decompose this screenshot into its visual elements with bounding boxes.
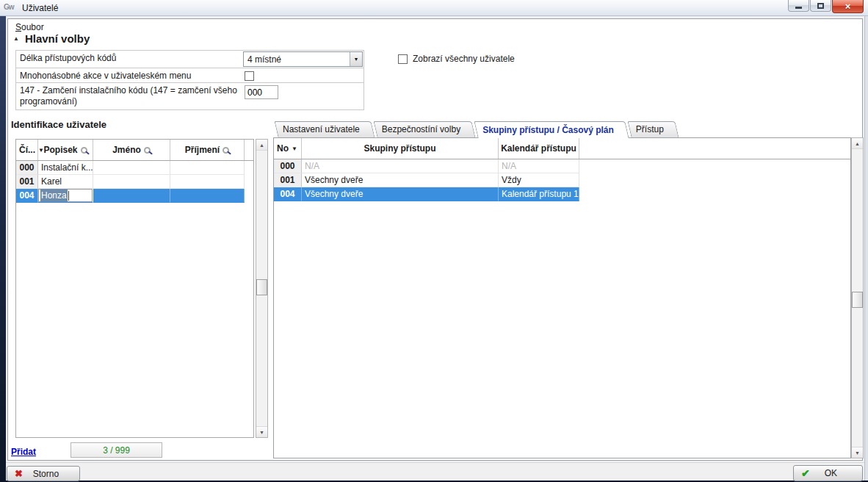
option-row-multi-action: Mnohonásobné akce v uživateleském menu [15,68,364,83]
option-row-lock-code: 147 - Zamčení instalačního kódu (147 = z… [15,82,364,110]
users-section-title: Identifikace uživatele [11,119,106,130]
search-icon[interactable] [81,147,87,154]
access-groups-panel: No▼ Skupiny přístupu Kalendář přístupu 0… [273,137,851,458]
users-table: Čí...▼ Popisek Jméno Příjmení 000 Instal… [15,139,254,438]
users-table-scrollbar[interactable]: ▲ ▼ [256,139,268,438]
cell-number: 000 [16,161,38,175]
show-all-checkbox[interactable] [398,54,408,64]
multi-action-label: Mnohonásobné akce v uživateleském menu [16,68,364,81]
collapse-icon[interactable]: ▲ [13,35,19,42]
cell-group: Všechny dveře [302,173,499,187]
combo-dropdown-button[interactable]: ▼ [350,52,362,66]
scrollbar-thumb[interactable] [256,279,267,295]
access-panel-scrollbar[interactable]: ▲ ▼ [851,137,864,458]
tab-label: Bezpečnostíní volby [382,124,460,134]
column-label: No [277,143,289,154]
cell-popisek-editing[interactable]: Honza [38,189,93,203]
scroll-down-button[interactable]: ▼ [852,447,863,458]
cancel-label: Storno [23,469,79,479]
section-title: Hlavní volby [25,32,90,45]
search-icon[interactable] [144,147,151,154]
cancel-x-icon: ✖ [15,468,23,479]
window-edge [864,16,868,481]
column-label: Skupiny přístupu [364,143,435,154]
column-label: Příjmení [185,145,220,155]
maximize-button[interactable] [810,0,831,12]
menu-accel: S [15,22,21,32]
show-all-option: Zobrazí všechny uživatele [398,54,515,64]
search-icon[interactable] [223,147,229,154]
table-row-selected[interactable]: 004 Všechny dveře Kalendář přístupu 1 [274,187,850,201]
cell-number: 004 [274,187,302,201]
column-label: Kalendář přístupu [501,143,576,154]
table-row[interactable]: 001 Karel [16,175,253,189]
window-controls: × [787,0,864,13]
ok-label: OK [810,468,862,478]
cell-jmeno [93,189,170,203]
show-all-label: Zobrazí všechny uživatele [413,54,515,64]
column-label: Jméno [112,145,141,155]
cell-prijmeni [170,175,245,189]
cell-calendar: Kalendář přístupu 1 [499,187,579,201]
cell-jmeno [93,161,170,175]
scroll-down-button[interactable]: ▼ [256,426,267,437]
sort-desc-icon: ▼ [292,145,297,152]
app-icon: Gw [4,3,14,11]
cell-group: Všechny dveře [302,187,499,201]
multi-action-checkbox[interactable] [245,71,254,81]
column-label: Popisek [43,145,77,155]
ok-check-icon: ✔ [801,467,810,479]
tab-nastaveni-uzivatele[interactable]: Nastavení uživatele [276,121,373,137]
option-row-code-length: Délka přístupových kódů 4 místné ▼ [15,50,364,68]
desktop-background: Gw Uživatelé × Soubor ▲ Hlavní volby Dél… [0,0,868,482]
window-client-area: Soubor ▲ Hlavní volby Délka přístupových… [6,16,864,481]
cell-prijmeni [170,189,245,203]
add-user-link[interactable]: Přidat [11,447,36,457]
column-header-group[interactable]: Skupiny přístupu [302,138,499,159]
column-header-prijmeni[interactable]: Příjmení [170,140,245,160]
cell-group: N/A [302,159,499,173]
tab-bezpecnostni-volby[interactable]: Bezpečnostíní volby [375,121,474,137]
menu-rest: oubor [21,22,44,32]
column-header-jmeno[interactable]: Jméno [93,140,170,160]
cancel-button[interactable]: ✖ Storno [7,466,80,481]
minimize-icon [795,7,802,9]
scroll-up-button[interactable]: ▲ [852,138,863,149]
table-row[interactable]: 000 Instalační k... [16,161,253,175]
cell-calendar: Vždy [499,173,579,187]
inline-edit-box[interactable]: Honza [38,189,93,202]
ok-button[interactable]: ✔ OK [793,465,863,481]
tab-skupiny-pristupu[interactable]: Skupiny přístupu / Časový plán [476,121,627,138]
titlebar[interactable]: Gw Uživatelé × [0,0,868,16]
close-button[interactable]: × [832,0,864,13]
tab-pristup[interactable]: Přístup [629,121,677,137]
cell-number: 001 [16,175,38,189]
tab-label: Přístup [636,124,664,134]
lock-code-label: 147 - Zamčení instalačního kódu (147 = z… [16,83,240,107]
tab-bar: Nastavení uživatele Bezpečnostíní volby … [276,121,679,137]
column-header-number[interactable]: Čí...▼ [16,140,38,160]
scroll-up-button[interactable]: ▲ [256,140,267,151]
minimize-button[interactable] [788,0,809,12]
column-header-popisek[interactable]: Popisek [38,140,93,160]
selected-text: Honza [40,189,68,202]
table-row-selected[interactable]: 004 Honza [16,189,253,203]
cell-calendar: N/A [499,159,579,173]
chevron-down-icon: ▼ [354,57,359,62]
text-caret [68,191,69,201]
tab-label: Nastavení uživatele [283,124,360,134]
column-header-no[interactable]: No▼ [274,138,302,159]
users-table-header: Čí...▼ Popisek Jméno Příjmení [16,140,253,161]
table-row[interactable]: 001 Všechny dveře Vždy [274,173,850,187]
scrollbar-thumb[interactable] [852,292,863,308]
code-length-select[interactable]: 4 místné ▼ [243,51,363,67]
cell-popisek: Karel [38,175,93,189]
column-header-calendar[interactable]: Kalendář přístupu [499,138,579,159]
main-panel: Soubor ▲ Hlavní volby Délka přístupových… [7,18,863,461]
cell-prijmeni [170,161,245,175]
options-rows: Délka přístupových kódů 4 místné ▼ Mnoho… [15,50,364,110]
window-title: Uživatelé [22,3,58,13]
cell-number: 004 [16,189,38,203]
table-row[interactable]: 000 N/A N/A [274,159,850,173]
lock-code-input[interactable] [245,85,278,99]
